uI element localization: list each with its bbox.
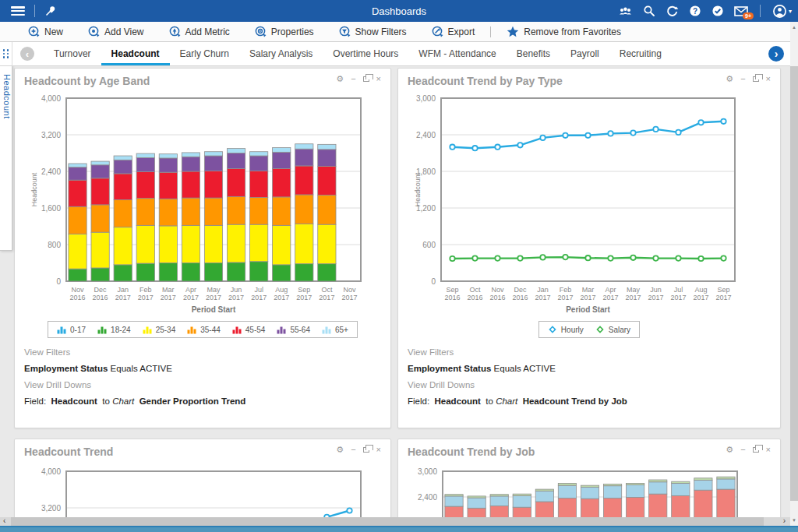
svg-text:4,000: 4,000 xyxy=(41,94,61,103)
tabs-scroll-left-icon[interactable]: ‹ xyxy=(20,47,34,61)
svg-text:Mar2017: Mar2017 xyxy=(580,286,595,301)
diamond-icon xyxy=(595,325,606,334)
svg-text:0: 0 xyxy=(56,277,61,286)
popout-icon[interactable] xyxy=(753,447,759,453)
svg-text:Sep2016: Sep2016 xyxy=(444,286,460,301)
svg-text:Jan2017: Jan2017 xyxy=(115,286,131,301)
scroll-right-icon[interactable]: › xyxy=(783,516,786,525)
panel-headcount-trend-by-pay-type: Headcount Trend by Pay Type ⚙ − × 3,0002… xyxy=(397,68,781,428)
tab-recruiting[interactable]: Recruiting xyxy=(609,42,672,65)
mail-icon[interactable]: 9+ xyxy=(734,5,748,16)
tab-overtime-hours[interactable]: Overtime Hours xyxy=(323,42,408,65)
gear-icon[interactable]: ⚙ xyxy=(336,75,344,83)
search-icon[interactable] xyxy=(643,5,655,17)
add-view-button[interactable]: Add View xyxy=(76,26,156,37)
panel-headcount-by-age-band: Headcount by Age Band ⚙ − × 4,0003,2002,… xyxy=(14,68,391,428)
gear-icon[interactable]: ⚙ xyxy=(726,446,733,454)
svg-text:Jan2017: Jan2017 xyxy=(535,286,550,301)
panel-title: Headcount by Age Band xyxy=(24,75,150,87)
top-bar: Dashboards ? 9+ ▾ xyxy=(0,0,798,22)
svg-text:Mar2017: Mar2017 xyxy=(161,286,176,301)
panel-title: Headcount Trend xyxy=(24,446,113,458)
gear-icon[interactable]: ⚙ xyxy=(726,75,733,83)
show-filters-icon xyxy=(339,26,351,37)
horizontal-scrollbar-thumb[interactable] xyxy=(11,517,764,526)
popout-icon[interactable] xyxy=(363,76,369,82)
new-button[interactable]: New xyxy=(16,26,76,37)
people-icon[interactable] xyxy=(618,5,633,17)
svg-text:0: 0 xyxy=(431,277,436,286)
user-menu-icon[interactable]: ▾ xyxy=(772,4,792,19)
legend-item: 0-17 xyxy=(57,325,86,334)
svg-text:Jul2017: Jul2017 xyxy=(670,286,686,301)
scroll-down-icon[interactable]: ▼ xyxy=(790,518,798,523)
vertical-scrollbar-thumb[interactable] xyxy=(790,66,798,501)
minimize-icon[interactable]: − xyxy=(740,75,745,83)
close-icon[interactable]: × xyxy=(376,446,381,454)
panel-title: Headcount Trend by Pay Type xyxy=(408,75,563,87)
topbar-divider xyxy=(760,5,761,17)
pushpin-icon[interactable] xyxy=(44,5,57,17)
horizontal-scrollbar[interactable]: ‹ › xyxy=(0,517,790,526)
svg-text:800: 800 xyxy=(48,241,61,249)
check-circle-icon[interactable] xyxy=(711,5,724,17)
svg-text:Nov2017: Nov2017 xyxy=(341,286,357,301)
tabs-scroll-right-icon[interactable]: › xyxy=(768,46,784,62)
mini-bars-icon xyxy=(97,325,108,334)
refresh-icon[interactable] xyxy=(666,5,679,17)
tab-wfm-attendance[interactable]: WFM - Attendance xyxy=(408,42,506,65)
tab-payroll[interactable]: Payroll xyxy=(560,42,609,65)
show-filters-button[interactable]: Show Filters xyxy=(327,26,419,37)
bottom-accent-strip xyxy=(0,526,798,532)
add-metric-button[interactable]: Add Metric xyxy=(157,26,242,37)
svg-text:Headcount: Headcount xyxy=(30,172,38,206)
diamond-icon xyxy=(548,325,558,334)
scroll-left-icon[interactable]: ‹ xyxy=(3,516,5,525)
svg-text:600: 600 xyxy=(422,241,436,249)
close-icon[interactable]: × xyxy=(376,75,381,83)
scroll-up-icon[interactable]: ▲ xyxy=(790,25,798,30)
tab-benefits[interactable]: Benefits xyxy=(507,42,560,65)
pay-type-legend: HourlySalary xyxy=(538,321,640,338)
pay-type-chart[interactable]: 3,0002,4001,8001,2006000Sep2016Oct2016No… xyxy=(408,89,771,319)
svg-text:3,000: 3,000 xyxy=(416,94,436,103)
tab-early-churn[interactable]: Early Churn xyxy=(170,42,239,65)
mini-bars-icon xyxy=(232,325,242,334)
gear-icon[interactable]: ⚙ xyxy=(336,446,344,454)
minimize-icon[interactable]: − xyxy=(740,446,745,454)
legend-item: 18-24 xyxy=(97,325,131,334)
remove-from-favorites-button[interactable]: Remove from Favorites xyxy=(494,26,634,37)
help-icon[interactable]: ? xyxy=(689,5,701,17)
close-icon[interactable]: × xyxy=(766,446,771,454)
tab-turnover[interactable]: Turnover xyxy=(44,42,101,65)
legend-item: 25-34 xyxy=(143,325,176,334)
legend-item: Salary xyxy=(595,325,630,334)
minimize-icon[interactable]: − xyxy=(351,75,355,83)
svg-text:May2017: May2017 xyxy=(625,286,641,301)
vertical-scrollbar[interactable]: ▲ ▼ xyxy=(790,22,798,526)
age-band-chart[interactable]: 4,0003,2002,4001,6008000Nov2016Dec2016Ja… xyxy=(24,89,381,319)
minimize-icon[interactable]: − xyxy=(351,446,355,454)
svg-text:3,000: 3,000 xyxy=(418,467,437,476)
tab-salary-analysis[interactable]: Salary Analysis xyxy=(239,42,323,65)
svg-text:2,400: 2,400 xyxy=(41,167,61,176)
svg-text:Oct2017: Oct2017 xyxy=(319,286,334,301)
properties-icon xyxy=(255,26,267,37)
properties-button[interactable]: Properties xyxy=(242,26,327,37)
close-icon[interactable]: × xyxy=(766,75,771,83)
dashboard-tabs-bar: ‹ Turnover Headcount Early Churn Salary … xyxy=(0,42,790,66)
chevron-down-icon: ▾ xyxy=(789,8,792,15)
popout-icon[interactable] xyxy=(363,447,369,453)
tab-headcount[interactable]: Headcount xyxy=(101,42,170,65)
popout-icon[interactable] xyxy=(753,76,759,82)
side-tab-headcount[interactable]: Headcount xyxy=(0,65,12,251)
tab-overflow-menu-icon[interactable] xyxy=(0,42,12,65)
view-filters-block: View Filters Employment Status Equals AC… xyxy=(408,347,771,406)
svg-text:Period Start: Period Start xyxy=(566,305,610,314)
topbar-divider xyxy=(34,5,35,17)
svg-text:Oct2016: Oct2016 xyxy=(467,286,482,301)
menu-icon[interactable] xyxy=(11,6,25,16)
export-button[interactable]: Export xyxy=(419,26,488,37)
add-view-icon xyxy=(88,26,100,37)
svg-text:?: ? xyxy=(693,7,697,16)
